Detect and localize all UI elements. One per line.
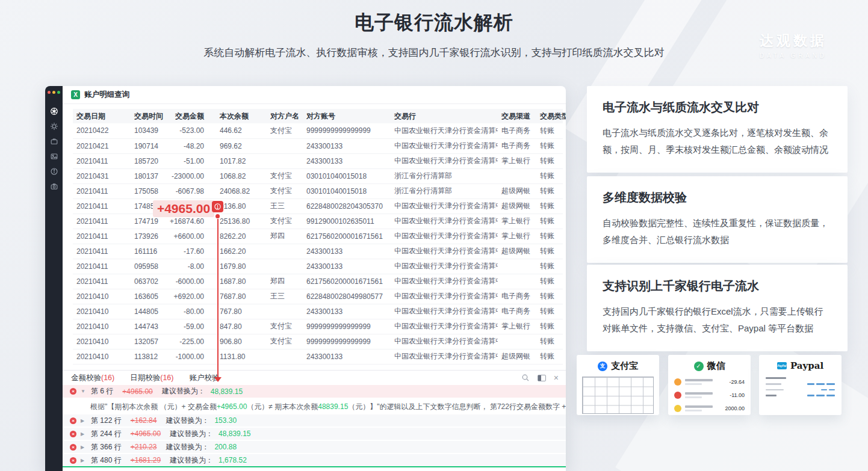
annotation-dot [215, 214, 220, 218]
table-cell: 转账 [536, 289, 563, 304]
column-header: 交易日期 [73, 109, 131, 123]
transactions-table-area: 交易日期交易时间交易金额本次余额对方户名对方账号交易行交易渠道交易类型 2021… [63, 104, 566, 370]
wechat-amount: -11.00 [730, 392, 745, 398]
table-cell: 1068.82 [216, 168, 267, 183]
minimize-window-dot[interactable] [52, 91, 55, 94]
caret-right-icon[interactable]: ▶ [81, 458, 87, 463]
wechat-merchant-icon [674, 378, 681, 386]
annotation-arrow-icon [214, 377, 222, 382]
table-row[interactable]: 20210411185720-51.001017.82243300133中国农业… [73, 153, 563, 168]
tab-amount-check[interactable]: 金额校验(16) [71, 373, 114, 383]
table-cell: 20210411 [73, 229, 131, 244]
close-window-dot[interactable] [48, 91, 51, 94]
platform-name: 微信 [707, 360, 725, 372]
nav-image-icon[interactable] [50, 152, 58, 161]
table-row[interactable]: 20210411173926+6600.008262.20郑四621756020… [73, 229, 563, 244]
table-row[interactable]: 20210411161116-17.601662.20243300133中国农业… [73, 244, 563, 259]
issue-row[interactable]: ×▶第 480 行+1681.29建议替换为：1,678.52 [63, 454, 566, 466]
search-icon[interactable] [521, 374, 530, 382]
table-row[interactable]: 20210411174719+16874.6025136.80支付宝991290… [73, 214, 563, 229]
table-cell: -6000.00 [166, 274, 216, 289]
maximize-window-dot[interactable] [57, 91, 60, 94]
brand-logo-cn: 达观数据 [760, 31, 827, 50]
table-header-row: 交易日期交易时间交易金额本次余额对方户名对方账号交易行交易渠道交易类型 [73, 109, 563, 123]
caret-right-icon[interactable]: ▶ [81, 445, 87, 450]
issue-new-value: 153.30 [214, 416, 237, 425]
table-row[interactable]: 20210410113812-1000.001131.80243300133中国… [73, 349, 563, 364]
table-row[interactable]: 20210411063702-6000.001687.80郑四621756020… [73, 274, 563, 289]
table-cell: -51.00 [166, 153, 216, 168]
caret-down-icon[interactable]: ▼ [81, 389, 87, 394]
table-cell: 132057 [131, 334, 166, 349]
issue-line-label: 第 366 行 [91, 442, 122, 452]
table-cell: 144743 [131, 319, 166, 334]
wechat-merchant-icon [674, 405, 681, 412]
table-row[interactable]: 20210410163605+6920.007687.80王三622848002… [73, 289, 563, 304]
panel-layout-icon[interactable] [538, 375, 546, 381]
nav-briefcase-icon[interactable] [50, 137, 58, 146]
table-cell [498, 259, 536, 274]
table-cell: 1662.20 [216, 244, 267, 259]
table-cell: -23000.00 [166, 168, 216, 183]
app-window: X 账户明细查询 交易日期交易时间交易金额本次余额对方户名对方账号交易行交易渠道… [45, 86, 566, 471]
table-cell: 转账 [536, 244, 563, 259]
table-cell: 转账 [536, 138, 563, 153]
annotation-line [217, 219, 219, 377]
table-cell: 掌上银行 [498, 153, 536, 168]
brand-logo-en: DATA GRAND [760, 52, 827, 59]
table-cell: 支付宝 [267, 334, 303, 349]
window-title: 账户明细查询 [84, 90, 129, 100]
table-cell [267, 244, 303, 259]
alipay-icon: 支 [598, 362, 607, 371]
column-header: 交易渠道 [498, 109, 536, 123]
issue-row[interactable]: ×▶第 366 行+210.23建议替换为：200.88 [63, 441, 566, 453]
table-row[interactable]: 20210411175058-6067.9824068.82支付宝0301010… [73, 183, 563, 199]
table-cell: 转账 [536, 123, 563, 138]
nav-camera-icon[interactable] [50, 182, 58, 191]
error-icon: × [70, 388, 76, 395]
table-cell: 转账 [536, 349, 563, 364]
table-cell: 906.80 [216, 334, 267, 349]
table-cell: 030101040015018 [303, 168, 391, 183]
caret-right-icon[interactable]: ▶ [81, 418, 87, 423]
table-cell: 20210411 [73, 214, 131, 229]
table-cell: 847.80 [216, 319, 267, 334]
table-cell: 支付宝 [267, 319, 303, 334]
table-cell: 转账 [536, 168, 563, 183]
table-cell: 6228480028204305370 [303, 199, 391, 214]
tab-date-check[interactable]: 日期校验(16) [130, 373, 173, 383]
table-row[interactable]: 20210422103439-523.00446.62支付宝9999999999… [73, 123, 563, 138]
table-cell: 7687.80 [216, 289, 267, 304]
table-cell: 6228480028049980577 [303, 289, 391, 304]
table-cell: 243300133 [303, 138, 391, 153]
table-cell: 9999999999999999 [303, 123, 391, 138]
nav-gear-icon[interactable] [50, 122, 58, 131]
issue-new-value: 200.88 [214, 443, 237, 451]
table-row[interactable]: 20210410144805-80.00767.80243300133中国农业银… [73, 304, 563, 319]
highlighted-amount: +4965.00 [153, 200, 214, 217]
caret-right-icon[interactable]: ▶ [81, 431, 87, 437]
close-icon[interactable]: × [554, 374, 559, 382]
issue-row[interactable]: ×▶第 244 行+4965.00建议替换为：48,839.15 [63, 428, 566, 440]
table-cell: 24068.82 [216, 183, 267, 199]
issue-row[interactable]: ×▼第 6 行+4965.00建议替换为：48,839.15 [63, 385, 566, 398]
table-row[interactable]: 202104111748500136.80王三62284800282043053… [73, 199, 563, 214]
table-row[interactable]: 20210421190714-48.20969.62243300133中国农业银… [73, 138, 563, 153]
issue-suggest-label: 建议替换为： [166, 442, 209, 452]
issue-suggest-label: 建议替换为： [162, 386, 205, 396]
table-row[interactable]: 20210411095958-8.001679.80243300133中国农业银… [73, 259, 563, 274]
table-row[interactable]: 20210410132057-225.00906.80支付宝9999999999… [73, 334, 563, 349]
table-cell: 161116 [131, 244, 166, 259]
table-cell: 113812 [131, 349, 166, 364]
table-row[interactable]: 20210410144743-59.00847.80支付宝99999999999… [73, 319, 563, 334]
table-row[interactable]: 20210431180137-23000.001068.82支付宝0301010… [73, 168, 563, 183]
nav-wheel-icon[interactable] [50, 107, 58, 115]
column-header: 对方户名 [267, 109, 303, 123]
column-header: 交易行 [391, 109, 498, 123]
excel-file-icon: X [71, 90, 80, 99]
table-cell: 095958 [131, 259, 166, 274]
issue-row[interactable]: ×▶第 122 行+162.84建议替换为：153.30 [63, 414, 566, 426]
table-cell: 王三 [267, 289, 303, 304]
nav-info-icon[interactable] [50, 167, 58, 176]
issue-line-label: 第 480 行 [91, 455, 122, 466]
